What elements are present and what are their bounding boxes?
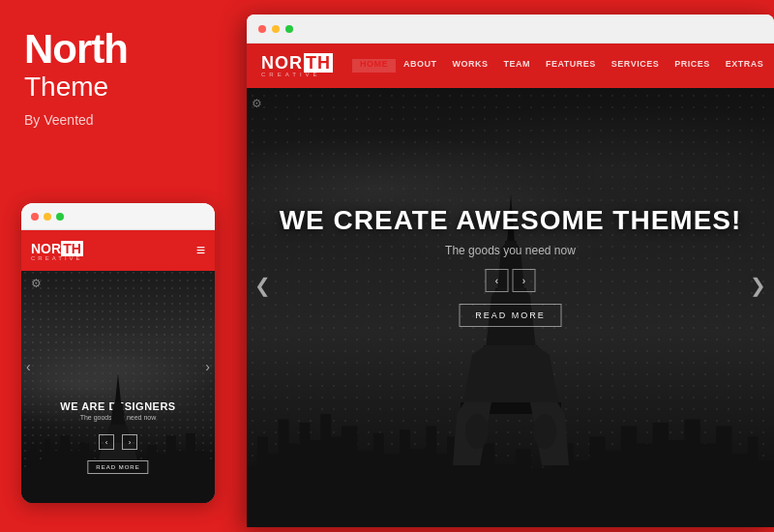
desktop-gear-icon: ⚙ [252,97,262,110]
mobile-read-more-btn[interactable]: READ MORE [87,460,148,474]
nav-works[interactable]: WORKS [445,59,496,73]
desktop-hero-text: WE CREATE AWESOME THEMES! The goods you … [247,205,774,327]
svg-point-18 [533,414,556,449]
desktop-hero-next-btn[interactable]: › [513,269,536,292]
nav-home[interactable]: HOME [352,59,396,73]
mobile-content: NORTH CREATIVE ≡ ⚙ [21,230,215,503]
mobile-dot-red [31,213,39,221]
mobile-eiffel [94,373,142,464]
mobile-nav: NORTH CREATIVE ≡ [21,230,215,271]
mobile-logo: NORTH [31,241,83,256]
hamburger-icon[interactable]: ≡ [196,242,205,259]
mobile-mockup: NORTH CREATIVE ≡ ⚙ [21,203,215,503]
mobile-nav-arrows: ‹ › [21,434,215,450]
desktop-dot-red [258,25,266,33]
mobile-next-btn[interactable]: › [122,434,137,450]
desktop-read-more-btn[interactable]: READ MORE [459,304,562,327]
svg-point-17 [465,414,489,449]
desktop-slide-next[interactable]: ❯ [750,274,766,297]
desktop-nav-links: HOME ABOUT WORKS TEAM FEATURES SERVICES … [352,59,774,73]
svg-marker-0 [115,373,121,402]
mobile-dot-yellow [44,213,51,221]
svg-marker-2 [110,400,126,427]
desktop-dot-yellow [272,25,280,33]
mobile-logo-wrap: NORTH CREATIVE [31,240,83,261]
nav-prices[interactable]: PRICES [667,59,718,73]
mobile-slide-next[interactable]: › [205,359,210,374]
desktop-logo-wrap: NORTH CREATIVE [261,54,333,77]
desktop-hero-prev-btn[interactable]: ‹ [486,269,509,292]
desktop-hero-arrows: ‹ › [247,269,774,292]
desktop-dot-green [285,25,293,33]
desktop-hero-sub: The goods you need now [247,244,774,257]
mobile-browser-bar [21,203,215,230]
desktop-hero-title: WE CREATE AWESOME THEMES! [247,205,774,236]
nav-extras[interactable]: EXTRAS [718,59,772,73]
left-panel: North Theme By Veented NORTH CREATIVE ≡ … [0,0,237,532]
desktop-mockup: NORTH CREATIVE HOME ABOUT WORKS TEAM FEA… [247,15,774,527]
nav-about[interactable]: ABOUT [396,59,445,73]
nav-team[interactable]: TEAM [496,59,539,73]
mobile-gear-icon: ⚙ [21,271,215,296]
desktop-content: NORTH CREATIVE HOME ABOUT WORKS TEAM FEA… [247,44,774,527]
mobile-logo-sub: CREATIVE [31,255,83,261]
desktop-slide-prev[interactable]: ❮ [254,274,271,297]
desktop-browser-bar [247,15,774,44]
desktop-logo-sub: CREATIVE [261,72,333,77]
mobile-prev-btn[interactable]: ‹ [99,434,114,450]
theme-title: North [24,29,213,70]
theme-by: By Veented [24,112,213,128]
nav-services[interactable]: SERVICES [604,59,667,73]
nav-features[interactable]: FEATURES [538,59,604,73]
mobile-dot-green [56,213,64,221]
desktop-logo-highlight: TH [304,53,333,73]
mobile-logo-highlight: TH [61,241,83,256]
svg-marker-13 [462,345,559,407]
desktop-nav: NORTH CREATIVE HOME ABOUT WORKS TEAM FEA… [247,44,774,88]
theme-subtitle: Theme [24,72,213,103]
mobile-slide-prev[interactable]: ‹ [26,359,31,374]
desktop-logo: NORTH [261,54,333,72]
